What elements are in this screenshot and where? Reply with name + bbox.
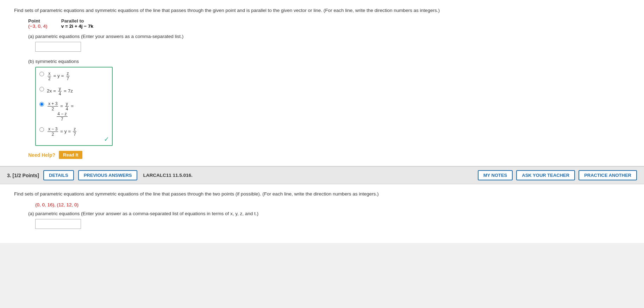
option1: x2 = y = z7 <box>39 71 106 81</box>
problem2-section: Find sets of parametric equations and sy… <box>0 0 644 166</box>
part-a-answer-input[interactable] <box>35 42 81 52</box>
option2-expr: 2x = y4 = 7z <box>47 86 73 96</box>
problem-id: LARCALC11 11.5.016. <box>143 173 192 178</box>
need-help-label: Need Help? <box>28 152 55 158</box>
check-mark-icon: ✓ <box>104 135 109 143</box>
option3-expr: x + 32 = y4 = 4 − z7 <box>47 101 74 122</box>
option4: x − 32 = y = z7 <box>39 127 106 137</box>
main-container: Find sets of parametric equations and sy… <box>0 0 644 243</box>
col1-header: Point <box>28 18 61 24</box>
problem2-intro: Find sets of parametric equations and sy… <box>14 7 630 14</box>
part-a-label: (a) parametric equations (Enter your ans… <box>28 34 630 39</box>
my-notes-button[interactable]: MY NOTES <box>478 170 513 180</box>
practice-another-button[interactable]: PRACTICE ANOTHER <box>579 170 637 180</box>
read-it-button[interactable]: Read It <box>59 151 82 159</box>
option2-radio[interactable] <box>39 87 44 91</box>
problem3-header: 3. [1/2 Points] DETAILS PREVIOUS ANSWERS… <box>0 166 644 184</box>
option4-expr: x − 32 = y = z7 <box>47 127 77 137</box>
ask-teacher-button[interactable]: ASK YOUR TEACHER <box>516 170 575 180</box>
problem3-part-a-label: (a) parametric equations (Enter your ans… <box>28 211 630 216</box>
option4-radio[interactable] <box>39 127 44 132</box>
right-buttons: MY NOTES ASK YOUR TEACHER PRACTICE ANOTH… <box>478 170 637 180</box>
option2: 2x = y4 = 7z <box>39 86 106 96</box>
problem3-points: (0, 0, 16), (12, 12, 0) <box>35 202 630 207</box>
point-value: (−3, 0, 4) <box>28 24 61 29</box>
option1-expr: x2 = y = z7 <box>47 71 70 81</box>
problem3-intro: Find sets of parametric equations and sy… <box>14 191 630 198</box>
part-b-label: (b) symmetric equations <box>28 59 630 64</box>
details-button[interactable]: DETAILS <box>43 170 74 180</box>
problem3-number: 3. [1/2 Points] <box>7 173 39 178</box>
col2-header: Parallel to <box>61 18 105 24</box>
symmetric-options-box: x2 = y = z7 2x = y4 = 7z x + 32 <box>35 67 113 146</box>
option3-radio[interactable] <box>39 102 44 107</box>
parallel-value: v = 2i + 4j − 7k <box>61 24 105 29</box>
problem3-points-text: (0, 0, 16), (12, 12, 0) <box>35 202 79 207</box>
point-table: Point Parallel to (−3, 0, 4) v = 2i + 4j… <box>28 18 630 29</box>
option1-radio[interactable] <box>39 72 44 76</box>
need-help-section: Need Help? Read It <box>28 151 630 159</box>
option3: x + 32 = y4 = 4 − z7 <box>39 101 106 122</box>
previous-answers-button[interactable]: PREVIOUS ANSWERS <box>78 170 138 180</box>
problem3-part-a-input[interactable] <box>35 219 81 229</box>
problem3-content: Find sets of parametric equations and sy… <box>0 184 644 243</box>
